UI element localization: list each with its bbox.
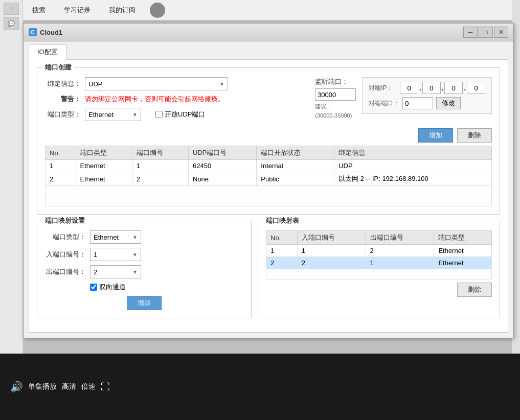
mapping-add-btn-row: 增加 <box>45 296 243 310</box>
mapping-port-type-label: 端口类型： <box>45 232 86 242</box>
table-row[interactable]: 1 Ethernet 1 62450 Internal UDP <box>46 160 492 172</box>
dialog-controls: ─ □ ✕ <box>463 27 508 38</box>
map-col-out: 出端口编号 <box>366 231 434 245</box>
user-avatar[interactable] <box>150 3 165 18</box>
port-mapping-title: 端口映射设置 <box>42 216 87 225</box>
browser-nav-subscription[interactable]: 我的订阅 <box>105 4 140 17</box>
col-num: 端口编号 <box>132 146 188 160</box>
cell-num: 2 <box>132 172 188 186</box>
out-port-row: 出端口编号： 2 ▼ <box>45 265 243 278</box>
bottom-sections: 端口映射设置 端口类型： Ethernet ▼ 入端口编号： 1 ▼ <box>37 221 500 324</box>
close-button[interactable]: ✕ <box>494 27 508 38</box>
table-row[interactable]: 1 1 2 Ethernet <box>266 245 492 257</box>
port-type-arrow: ▼ <box>132 112 138 118</box>
col-status: 端口开放状态 <box>257 146 334 160</box>
mapping-table-header: No. 入端口编号 出端口编号 端口类型 <box>266 231 492 245</box>
col-type: 端口类型 <box>76 146 132 160</box>
fullscreen-icon[interactable]: ⛶ <box>101 382 110 392</box>
table-row[interactable]: 2 2 1 Ethernet <box>266 257 492 269</box>
port-action-buttons: 增加 删除 <box>45 128 492 143</box>
cell-status: Internal <box>257 160 334 172</box>
bottom-bar-item-2[interactable]: 高清 <box>62 382 76 391</box>
cell-status: Public <box>257 172 334 186</box>
browser-top: 搜索 学习记录 我的订阅 <box>23 0 520 20</box>
remote-port-row: 对端端口： 修改 <box>369 97 485 109</box>
cell-type: Ethernet <box>76 160 132 172</box>
out-port-label: 出端口编号： <box>45 267 86 276</box>
table-row[interactable]: 2 Ethernet 2 None Public 以太网 2 -- IP: 19… <box>46 172 492 186</box>
mapping-delete-btn-row: 删除 <box>266 283 492 297</box>
open-udp-checkbox[interactable] <box>155 111 163 118</box>
ip-field-2[interactable] <box>422 82 441 94</box>
dialog-tabs: IO配置 <box>24 41 513 59</box>
mapping-add-button[interactable]: 增加 <box>127 296 162 310</box>
port-mapping-section: 端口映射设置 端口类型： Ethernet ▼ 入端口编号： 1 ▼ <box>37 221 252 318</box>
cell-no: 2 <box>46 172 76 186</box>
out-port-select[interactable]: 2 ▼ <box>90 265 141 278</box>
delete-port-button[interactable]: 删除 <box>457 128 492 143</box>
col-binding: 绑定信息 <box>334 146 492 160</box>
volume-icon[interactable]: 🔊 <box>10 381 23 393</box>
map-cell-out: 2 <box>366 245 434 257</box>
tab-io-config[interactable]: IO配置 <box>29 44 66 60</box>
remote-port-input[interactable] <box>402 97 433 109</box>
col-udp: UDP端口号 <box>189 146 257 160</box>
modify-button[interactable]: 修改 <box>436 97 461 109</box>
right-panel: 监听端口： 建议： (30000-35000) 对端IP： . <box>315 77 492 125</box>
binding-label: 绑定信息： <box>45 79 81 88</box>
bottom-bar-item-3[interactable]: 倍速 <box>81 382 96 391</box>
map-cell-no: 1 <box>266 245 298 257</box>
mapping-port-type-select[interactable]: Ethernet ▼ <box>90 230 141 244</box>
add-port-button[interactable]: 增加 <box>418 128 453 143</box>
port-mapping-table-title: 端口映射表 <box>263 216 302 225</box>
bottom-bar-item-1[interactable]: 单集播放 <box>28 382 57 391</box>
ip-section: 对端IP： . . . 对端 <box>362 77 492 114</box>
table-row-empty <box>46 186 492 196</box>
bottom-bar-controls: 🔊 单集播放 高清 倍速 ⛶ <box>10 381 110 393</box>
map-col-no: No. <box>266 231 298 245</box>
remote-ip-label: 对端IP： <box>369 84 397 92</box>
monitor-port-label: 监听端口： <box>315 77 356 86</box>
in-port-row: 入端口编号： 1 ▼ <box>45 248 243 261</box>
ip-field-4[interactable] <box>467 82 485 94</box>
sidebar-icon-1[interactable]: ≡ <box>4 3 19 15</box>
bidirectional-checkbox-row: 双向通道 <box>90 283 126 292</box>
cell-binding: 以太网 2 -- IP: 192.168.89.100 <box>334 172 492 186</box>
bidirectional-checkbox[interactable] <box>90 284 97 291</box>
ip-field-3[interactable] <box>444 82 463 94</box>
port-mapping-table-section: 端口映射表 No. 入端口编号 出端口编号 端口类型 1 1 <box>258 221 500 318</box>
monitor-port-input[interactable] <box>315 88 356 101</box>
port-creation-section: 端口创建 绑定信息： UDP ▼ 警告： 请勿绑定公网网 <box>37 67 500 215</box>
map-cell-in: 1 <box>297 245 366 257</box>
bottom-bar: 🔊 单集播放 高清 倍速 ⛶ <box>0 354 520 420</box>
binding-info-row: 绑定信息： UDP ▼ <box>45 77 307 90</box>
browser-nav-history[interactable]: 学习记录 <box>60 4 95 17</box>
browser-nav-search[interactable]: 搜索 <box>28 4 50 17</box>
in-port-select[interactable]: 1 ▼ <box>90 248 141 261</box>
suggest-label: 建议： <box>315 103 356 110</box>
map-cell-in: 2 <box>297 257 366 269</box>
mapping-delete-button[interactable]: 删除 <box>457 283 492 297</box>
binding-select-arrow: ▼ <box>219 81 224 87</box>
suggest-value: (30000-35000) <box>315 112 356 119</box>
port-type-row: 端口类型： Ethernet ▼ 开放UDP端口 <box>45 108 307 121</box>
map-cell-type: Ethernet <box>434 257 492 269</box>
dialog-title-icon: C <box>29 28 37 36</box>
warning-label: 警告： <box>45 95 81 104</box>
port-table: No. 端口类型 端口编号 UDP端口号 端口开放状态 绑定信息 1 Ether… <box>45 146 492 206</box>
map-cell-no: 2 <box>266 257 298 269</box>
maximize-button[interactable]: □ <box>479 27 493 38</box>
port-type-select[interactable]: Ethernet ▼ <box>85 108 141 121</box>
col-no: No. <box>46 146 76 160</box>
ip-field-1[interactable] <box>400 82 418 94</box>
ip-input-group: . . . <box>400 82 485 94</box>
sidebar-icon-2[interactable]: 💬 <box>4 17 19 30</box>
dialog-window: C Cloud1 ─ □ ✕ IO配置 端口创建 绑定信息： <box>23 23 514 338</box>
bidirectional-row: 双向通道 <box>45 283 243 292</box>
cell-udp: 62450 <box>189 160 257 172</box>
cell-udp: None <box>189 172 257 186</box>
ip-dot-2: . <box>442 84 444 92</box>
table-row-empty <box>266 269 492 279</box>
binding-select[interactable]: UDP ▼ <box>85 77 228 90</box>
minimize-button[interactable]: ─ <box>463 27 478 38</box>
